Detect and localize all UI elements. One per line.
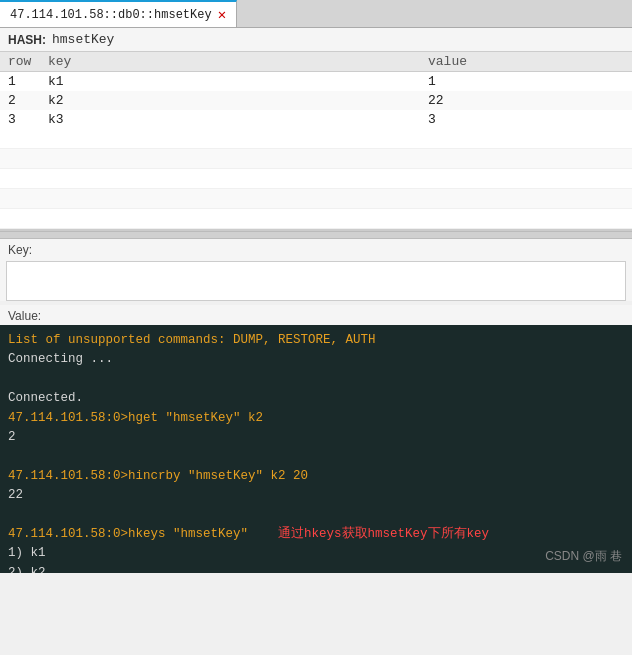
terminal: List of unsupported commands: DUMP, REST… xyxy=(0,325,632,573)
value-label: Value: xyxy=(0,305,632,325)
empty-row xyxy=(0,189,632,209)
table-cell-value: 1 xyxy=(420,72,632,92)
table-cell-key: k2 xyxy=(40,91,420,110)
col-header-value: value xyxy=(420,52,632,72)
tab-bar: 47.114.101.58::db0::hmsetKey ✕ xyxy=(0,0,632,28)
terminal-line: 47.114.101.58:0>hget "hmsetKey" k2 xyxy=(8,409,624,428)
col-header-key: key xyxy=(40,52,420,72)
section-divider xyxy=(0,231,632,239)
col-header-row: row xyxy=(0,52,40,72)
terminal-annotation: 通过hkeys获取hmsetKey下所有key xyxy=(248,527,489,541)
terminal-line: List of unsupported commands: DUMP, REST… xyxy=(8,331,624,350)
terminal-line xyxy=(8,505,624,524)
hash-row: HASH: hmsetKey xyxy=(0,28,632,52)
empty-row xyxy=(0,149,632,169)
key-section: Key: xyxy=(0,239,632,301)
table-cell-key: k3 xyxy=(40,110,420,129)
terminal-line: Connected. xyxy=(8,389,624,408)
terminal-line: 2) k2 xyxy=(8,564,624,574)
table-cell-value: 3 xyxy=(420,110,632,129)
data-table: row key value 1k112k2223k33 xyxy=(0,52,632,129)
table-cell-row: 3 xyxy=(0,110,40,129)
table-row[interactable]: 3k33 xyxy=(0,110,632,129)
key-input-area[interactable] xyxy=(6,261,626,301)
tab-label: 47.114.101.58::db0::hmsetKey xyxy=(10,8,212,22)
terminal-line: 1) k1 xyxy=(8,544,624,563)
empty-rows xyxy=(0,129,632,229)
table-cell-row: 1 xyxy=(0,72,40,92)
key-label: Key: xyxy=(0,239,632,259)
data-area: row key value 1k112k2223k33 xyxy=(0,52,632,231)
empty-row xyxy=(0,209,632,229)
terminal-line: 47.114.101.58:0>hkeys "hmsetKey" 通过hkeys… xyxy=(8,525,624,544)
table-cell-value: 22 xyxy=(420,91,632,110)
hash-value: hmsetKey xyxy=(52,32,114,47)
terminal-line xyxy=(8,370,624,389)
tab-close-icon[interactable]: ✕ xyxy=(218,6,226,23)
terminal-line: 2 xyxy=(8,428,624,447)
value-section: Value: xyxy=(0,305,632,325)
empty-row xyxy=(0,169,632,189)
hash-label: HASH: xyxy=(8,33,46,47)
table-cell-key: k1 xyxy=(40,72,420,92)
table-cell-row: 2 xyxy=(0,91,40,110)
terminal-line xyxy=(8,447,624,466)
empty-row xyxy=(0,129,632,149)
terminal-line: 22 xyxy=(8,486,624,505)
terminal-line: 47.114.101.58:0>hincrby "hmsetKey" k2 20 xyxy=(8,467,624,486)
table-row[interactable]: 2k222 xyxy=(0,91,632,110)
table-header-row: row key value xyxy=(0,52,632,72)
watermark: CSDN @雨 巷 xyxy=(545,548,622,565)
table-row[interactable]: 1k11 xyxy=(0,72,632,92)
tab-item[interactable]: 47.114.101.58::db0::hmsetKey ✕ xyxy=(0,0,237,27)
terminal-line: Connecting ... xyxy=(8,350,624,369)
